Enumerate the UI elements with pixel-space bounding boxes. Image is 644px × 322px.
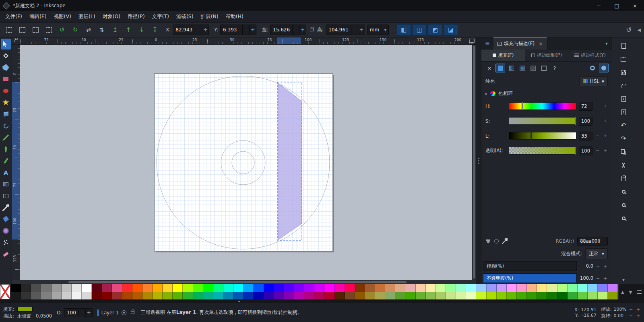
stroke-value[interactable]: 未设置: [17, 313, 33, 319]
color-swatch[interactable]: [426, 284, 436, 292]
lightness-decrease-button[interactable]: −: [595, 133, 600, 138]
menubar-item-0[interactable]: 文件(F): [2, 11, 26, 22]
saturation-decrease-button[interactable]: −: [595, 118, 600, 124]
color-swatch[interactable]: [578, 292, 588, 300]
object-opacity-value[interactable]: 100: [64, 310, 78, 316]
current-layer-dropdown[interactable]: Layer 1: [101, 310, 119, 316]
blur-increase-button[interactable]: +: [603, 264, 608, 269]
menubar-item-7[interactable]: 滤镜(S): [173, 11, 197, 22]
canvas-viewport[interactable]: [20, 45, 472, 280]
blur-slider[interactable]: 模糊(%): [483, 261, 577, 271]
save-document-button[interactable]: [617, 66, 630, 79]
height-decrease-button[interactable]: −: [351, 25, 358, 35]
cd-drawing[interactable]: [154, 73, 334, 252]
reset-rotation-button[interactable]: ↺: [626, 26, 632, 34]
no-color-swatch[interactable]: [0, 284, 10, 299]
color-swatch[interactable]: [497, 284, 507, 292]
wheel-expander-icon[interactable]: ▸: [485, 91, 487, 96]
color-swatch[interactable]: [82, 292, 92, 300]
color-swatch[interactable]: [21, 292, 31, 300]
fill-color-swatch[interactable]: [17, 307, 33, 312]
color-swatch[interactable]: [557, 284, 568, 292]
color-swatch[interactable]: [375, 284, 385, 292]
color-swatch[interactable]: [193, 284, 203, 292]
rotation-increase-button[interactable]: +: [636, 313, 641, 318]
color-swatch[interactable]: [426, 292, 436, 300]
gradient-tool[interactable]: [1, 179, 11, 190]
open-document-button[interactable]: [617, 52, 630, 66]
saturation-slider[interactable]: [509, 117, 576, 125]
undo-button[interactable]: ↶: [617, 119, 630, 132]
color-swatch[interactable]: [223, 284, 233, 292]
color-swatch[interactable]: [153, 284, 163, 292]
color-swatch[interactable]: [446, 284, 456, 292]
blur-value[interactable]: 0.0: [579, 263, 593, 269]
color-swatch[interactable]: [527, 292, 537, 300]
rotate-ccw-button[interactable]: ↺: [56, 25, 68, 35]
color-swatch[interactable]: [213, 284, 223, 292]
horizontal-ruler[interactable]: -75-50-250255075100125150175200: [20, 37, 476, 44]
color-swatch[interactable]: [476, 292, 486, 300]
width-spinbox[interactable]: 15.626 − +: [270, 25, 306, 35]
color-swatch[interactable]: [335, 292, 345, 300]
snap-toggle-0[interactable]: ◧: [396, 24, 411, 35]
dock-tab-fill-stroke[interactable]: 填充与描边(F) ×: [493, 37, 547, 50]
color-swatch[interactable]: [395, 292, 405, 300]
spiral-tool[interactable]: [1, 120, 11, 131]
zoom-decrease-button[interactable]: −: [628, 307, 634, 312]
layer-lock-icon[interactable]: [131, 311, 134, 314]
vertical-scrollbar-thumb[interactable]: [473, 45, 475, 279]
snap-toggle-1[interactable]: ◫: [412, 24, 427, 35]
menubar-item-4[interactable]: 对象(O): [99, 11, 124, 22]
color-swatch[interactable]: [183, 284, 193, 292]
color-swatch[interactable]: [294, 284, 304, 292]
color-swatch[interactable]: [365, 284, 375, 292]
color-swatch[interactable]: [132, 284, 142, 292]
color-swatch[interactable]: [52, 284, 62, 292]
color-swatch[interactable]: [294, 292, 304, 300]
menubar-item-5[interactable]: 路径(P): [124, 11, 148, 22]
paint-bucket-tool[interactable]: [1, 214, 11, 225]
color-swatch[interactable]: [517, 284, 527, 292]
lower-button[interactable]: ↓: [136, 25, 147, 35]
color-swatch[interactable]: [203, 284, 213, 292]
color-swatch[interactable]: [568, 284, 578, 292]
dock-tab-close-button[interactable]: ×: [539, 41, 543, 47]
opacity-decrease-button[interactable]: −: [595, 276, 601, 281]
blur-decrease-button[interactable]: −: [595, 264, 601, 269]
color-swatch[interactable]: [244, 292, 254, 300]
color-swatch[interactable]: [466, 284, 476, 292]
color-swatch[interactable]: [304, 292, 314, 300]
color-swatch[interactable]: [436, 284, 446, 292]
linear-gradient-button[interactable]: [506, 64, 516, 72]
snap-toggle-2[interactable]: ◩: [428, 24, 442, 35]
raise-to-top-button[interactable]: ↥: [109, 25, 121, 35]
lock-ratio-icon[interactable]: [310, 29, 314, 31]
zoom-selection-button[interactable]: [617, 185, 630, 198]
color-swatch[interactable]: [568, 292, 578, 300]
menubar-item-3[interactable]: 图层(L): [75, 11, 99, 22]
object-opacity-decrease-button[interactable]: −: [78, 309, 85, 317]
color-swatch[interactable]: [314, 292, 324, 300]
color-swatch[interactable]: [537, 292, 547, 300]
swatch-button[interactable]: [539, 64, 549, 72]
color-swatch[interactable]: [304, 284, 314, 292]
select-all-button[interactable]: [3, 25, 14, 35]
lightness-slider[interactable]: [509, 132, 576, 140]
fill-rule-nonzero-button[interactable]: [599, 64, 609, 72]
ruler-lock-icon[interactable]: [14, 39, 18, 42]
color-swatch[interactable]: [395, 284, 405, 292]
hue-value[interactable]: 72: [579, 102, 592, 111]
color-swatch[interactable]: [335, 284, 345, 292]
color-swatch[interactable]: [588, 292, 598, 300]
rotate-cw-button[interactable]: ↻: [70, 25, 81, 35]
lightness-increase-button[interactable]: +: [603, 133, 608, 138]
x-increase-button[interactable]: +: [202, 25, 208, 35]
width-value[interactable]: 15.626: [270, 27, 292, 33]
color-swatch[interactable]: [324, 292, 334, 300]
color-swatch[interactable]: [436, 292, 446, 300]
color-swatch[interactable]: [416, 292, 426, 300]
color-swatch[interactable]: [233, 284, 244, 292]
dock-resize-handle[interactable]: [476, 37, 481, 284]
copy-button[interactable]: [617, 145, 630, 159]
